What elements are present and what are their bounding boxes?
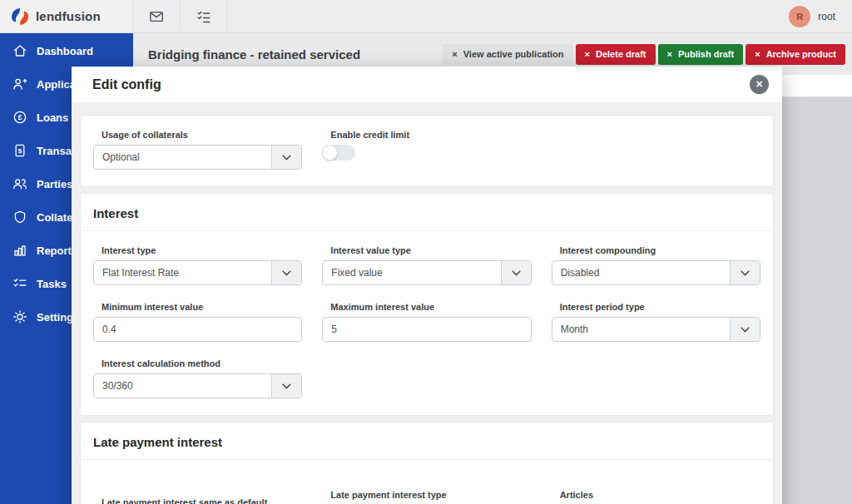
button-label: View active publication xyxy=(463,49,564,59)
button-label: Publish draft xyxy=(678,49,734,59)
modal-body: Usage of collaterals Optional Enable cre… xyxy=(72,102,782,504)
select-value: Optional xyxy=(94,146,271,169)
home-icon xyxy=(12,43,27,58)
sidebar-item-dashboard[interactable]: Dashboard xyxy=(0,34,133,67)
avatar: R xyxy=(789,6,810,27)
close-glyph-icon: × xyxy=(755,49,760,59)
interest-value-type-field: Interest value type Fixed value xyxy=(322,245,531,285)
modal-close-button[interactable]: ✕ xyxy=(750,75,769,94)
bar-chart-icon xyxy=(12,243,27,258)
pound-circle-icon: £ xyxy=(12,110,27,125)
button-label: Delete draft xyxy=(596,49,646,59)
field-label: Articles xyxy=(552,490,760,500)
select-value: Month xyxy=(552,318,730,341)
field-label: Maximum interest value xyxy=(322,302,531,312)
select-value: 30/360 xyxy=(94,374,271,398)
late-payment-interest-type-field: Late payment interest type Retroactive xyxy=(322,490,531,504)
enable-credit-limit-toggle[interactable] xyxy=(322,145,355,161)
view-active-publication-button[interactable]: × View active publication xyxy=(443,44,572,65)
interest-compounding-field: Interest compounding Disabled xyxy=(552,245,760,285)
select-value: Disabled xyxy=(552,261,730,284)
field-label: Minimum interest value xyxy=(93,302,302,312)
svg-text:$: $ xyxy=(18,147,22,155)
interest-value-type-select[interactable]: Fixed value xyxy=(322,260,531,285)
topbar-spacer xyxy=(228,0,789,32)
gear-icon xyxy=(12,309,27,324)
interest-calculation-method-select[interactable]: 30/360 xyxy=(93,373,302,398)
minimum-interest-value-field: Minimum interest value xyxy=(93,302,302,342)
close-glyph-icon: × xyxy=(452,49,457,59)
person-plus-icon xyxy=(12,77,27,91)
late-payment-same-as-default-field: Late payment interest same as default xyxy=(93,490,302,504)
select-value: Fixed value xyxy=(323,261,500,284)
document-currency-icon: $ xyxy=(12,143,27,158)
interest-compounding-select[interactable]: Disabled xyxy=(552,260,760,285)
chevron-down-icon[interactable] xyxy=(271,146,301,169)
interest-card: Interest Interest type Flat Interest Rat… xyxy=(80,193,774,416)
sidebar-item-label: Dashboard xyxy=(37,45,93,57)
top-bar: lendfusion R root xyxy=(0,0,852,33)
edit-config-modal: Edit config ✕ Usage of collaterals Optio… xyxy=(72,67,782,504)
general-card: Usage of collaterals Optional Enable cre… xyxy=(80,115,774,187)
usage-of-collaterals-select[interactable]: Optional xyxy=(93,145,302,170)
interest-period-type-select[interactable]: Month xyxy=(552,317,760,342)
archive-product-button[interactable]: × Archive product xyxy=(746,44,845,65)
tasks-icon xyxy=(12,276,27,291)
people-icon xyxy=(12,176,27,191)
chevron-down-icon[interactable] xyxy=(730,261,760,284)
user-name: root xyxy=(818,11,835,22)
sidebar-item-label: Tasks xyxy=(37,278,67,290)
publish-draft-button[interactable]: × Publish draft xyxy=(658,44,744,65)
toggle-knob xyxy=(322,145,338,161)
page-title: Bridging finance - retained serviced xyxy=(148,47,443,62)
interest-type-select[interactable]: Flat Interest Rate xyxy=(93,260,302,285)
field-label: Interest calculation method xyxy=(93,358,302,368)
close-glyph-icon: × xyxy=(585,49,590,59)
chevron-down-icon[interactable] xyxy=(271,261,301,284)
close-icon: ✕ xyxy=(755,79,763,90)
articles-field: Articles 1 selected X xyxy=(552,490,760,504)
mail-icon[interactable] xyxy=(133,0,181,32)
field-label: Interest compounding xyxy=(552,245,760,255)
page-actions: × View active publication × Delete draft… xyxy=(443,44,845,65)
late-payment-section-heading: Late payment interest xyxy=(81,422,773,459)
field-label: Usage of collaterals xyxy=(93,130,302,140)
chevron-down-icon[interactable] xyxy=(730,318,760,341)
interest-period-type-field: Interest period type Month xyxy=(552,302,760,342)
svg-text:£: £ xyxy=(18,113,22,121)
interest-type-field: Interest type Flat Interest Rate xyxy=(93,245,302,285)
interest-section-heading: Interest xyxy=(81,194,773,230)
brand[interactable]: lendfusion xyxy=(0,0,133,32)
maximum-interest-value-field: Maximum interest value xyxy=(322,302,531,342)
chevron-down-icon[interactable] xyxy=(501,261,531,284)
late-payment-interest-card: Late payment interest Late payment inter… xyxy=(80,422,774,504)
field-label: Enable credit limit xyxy=(322,130,531,140)
close-glyph-icon: × xyxy=(667,49,672,59)
checklist-icon[interactable] xyxy=(181,0,228,32)
maximum-interest-value-input[interactable] xyxy=(322,317,531,342)
shield-icon xyxy=(12,210,27,225)
sidebar-item-label: Loans xyxy=(37,111,68,124)
chevron-down-icon[interactable] xyxy=(271,374,301,398)
brand-name: lendfusion xyxy=(36,9,101,23)
enable-credit-limit-field: Enable credit limit xyxy=(322,130,531,170)
field-label: Interest type xyxy=(93,245,302,255)
field-label: Late payment interest same as default xyxy=(93,497,302,504)
modal-header: Edit config ✕ xyxy=(72,67,782,102)
button-label: Archive product xyxy=(766,49,836,59)
select-value: Flat Interest Rate xyxy=(94,261,271,284)
minimum-interest-value-input[interactable] xyxy=(93,317,302,342)
field-label: Interest period type xyxy=(552,302,760,312)
user-menu[interactable]: R root xyxy=(789,0,852,32)
lendfusion-logo-icon xyxy=(11,7,29,26)
delete-draft-button[interactable]: × Delete draft xyxy=(576,44,656,65)
sidebar-item-label: Parties xyxy=(37,178,72,190)
interest-calculation-method-field: Interest calculation method 30/360 xyxy=(93,358,302,398)
modal-title: Edit config xyxy=(92,77,750,92)
field-label: Late payment interest type xyxy=(322,490,531,500)
field-label: Interest value type xyxy=(322,245,531,255)
usage-of-collaterals-field: Usage of collaterals Optional xyxy=(93,130,302,170)
